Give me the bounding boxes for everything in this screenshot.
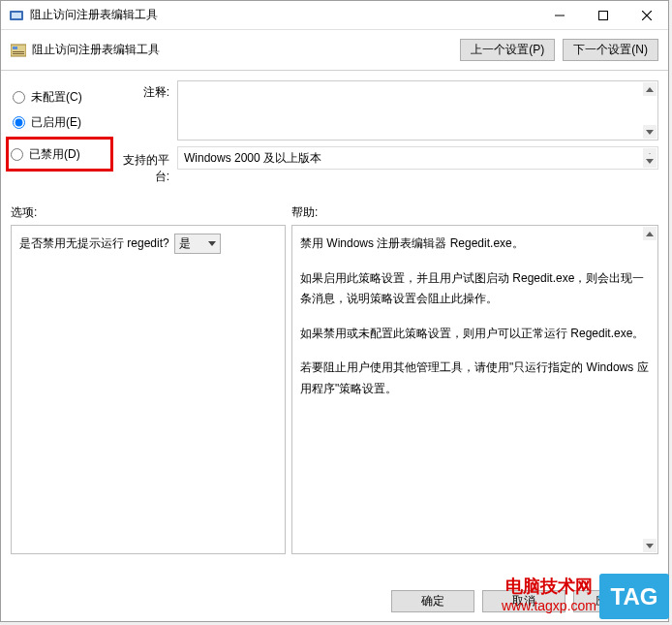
cancel-button[interactable]: 取消 <box>482 590 565 612</box>
help-panel: 禁用 Windows 注册表编辑器 Regedit.exe。 如果启用此策略设置… <box>291 225 658 554</box>
svg-marker-13 <box>646 159 654 164</box>
help-heading: 帮助: <box>291 204 658 221</box>
scroll-up-icon[interactable] <box>643 82 657 96</box>
radio-not-configured[interactable]: 未配置(C) <box>11 84 113 109</box>
next-setting-button[interactable]: 下一个设置(N) <box>563 39 658 61</box>
prev-setting-button[interactable]: 上一个设置(P) <box>460 39 555 61</box>
option-label: 是否禁用无提示运行 regedit? <box>19 235 169 252</box>
supported-label: 支持的平台: <box>113 152 169 185</box>
svg-marker-10 <box>646 87 654 92</box>
titlebar: 阻止访问注册表编辑工具 <box>1 1 668 30</box>
scroll-up-icon[interactable] <box>643 227 657 240</box>
svg-rect-9 <box>13 53 24 54</box>
radio-enabled-input[interactable] <box>13 116 25 129</box>
help-paragraph: 如果启用此策略设置，并且用户试图启动 Regedit.exe，则会出现一条消息，… <box>300 268 650 310</box>
chevron-down-icon <box>208 241 216 246</box>
svg-marker-14 <box>208 241 216 246</box>
policy-icon <box>11 43 26 58</box>
tag-badge: TAG <box>599 574 669 619</box>
header-row: 阻止访问注册表编辑工具 上一个设置(P) 下一个设置(N) <box>1 30 668 71</box>
svg-rect-7 <box>13 47 17 49</box>
comment-textarea[interactable] <box>177 80 658 141</box>
header-title: 阻止访问注册表编辑工具 <box>32 42 452 58</box>
policy-editor-window: 阻止访问注册表编辑工具 阻止访问注册表编辑工具 上一个设置(P) 下一个设置(N… <box>0 0 669 622</box>
maximize-button[interactable] <box>581 1 625 29</box>
radio-disabled-input[interactable] <box>11 148 23 161</box>
svg-rect-1 <box>12 13 21 18</box>
ok-button[interactable]: 确定 <box>391 590 474 612</box>
option-select[interactable]: 是 <box>174 234 221 254</box>
radio-not-configured-label: 未配置(C) <box>31 89 82 106</box>
scroll-down-icon[interactable] <box>643 125 657 139</box>
body-area: 未配置(C) 已启用(E) 已禁用(D) 注释: 支持的平台: <box>1 71 668 554</box>
svg-rect-6 <box>11 45 26 56</box>
svg-marker-11 <box>646 130 654 135</box>
radio-enabled-label: 已启用(E) <box>31 114 81 131</box>
help-paragraph: 若要阻止用户使用其他管理工具，请使用"只运行指定的 Windows 应用程序"策… <box>300 358 650 399</box>
minimize-button[interactable] <box>537 1 581 29</box>
option-select-value: 是 <box>179 235 191 252</box>
supported-field: Windows 2000 及以上版本 <box>177 146 658 170</box>
comment-label: 注释: <box>113 84 169 152</box>
svg-marker-16 <box>646 544 654 548</box>
close-button[interactable] <box>625 1 668 29</box>
radio-enabled[interactable]: 已启用(E) <box>11 109 113 135</box>
scroll-down-icon[interactable] <box>643 154 657 168</box>
radio-disabled[interactable]: 已禁用(D) <box>9 141 105 167</box>
radio-disabled-label: 已禁用(D) <box>29 146 80 163</box>
field-labels: 注释: 支持的平台: <box>113 80 177 185</box>
radio-group: 未配置(C) 已启用(E) 已禁用(D) <box>11 80 113 172</box>
app-icon <box>9 8 24 23</box>
options-panel: 是否禁用无提示运行 regedit? 是 <box>11 225 286 554</box>
supported-text: Windows 2000 及以上版本 <box>184 151 321 165</box>
highlight-box: 已禁用(D) <box>6 137 113 172</box>
svg-rect-8 <box>13 51 24 52</box>
help-paragraph: 禁用 Windows 注册表编辑器 Regedit.exe。 <box>300 234 650 255</box>
svg-marker-15 <box>646 232 654 236</box>
radio-not-configured-input[interactable] <box>13 91 25 104</box>
window-title: 阻止访问注册表编辑工具 <box>30 7 537 23</box>
scroll-down-icon[interactable] <box>643 539 657 552</box>
options-heading: 选项: <box>11 204 291 221</box>
help-paragraph: 如果禁用或未配置此策略设置，则用户可以正常运行 Regedit.exe。 <box>300 324 650 345</box>
svg-rect-3 <box>598 11 607 19</box>
